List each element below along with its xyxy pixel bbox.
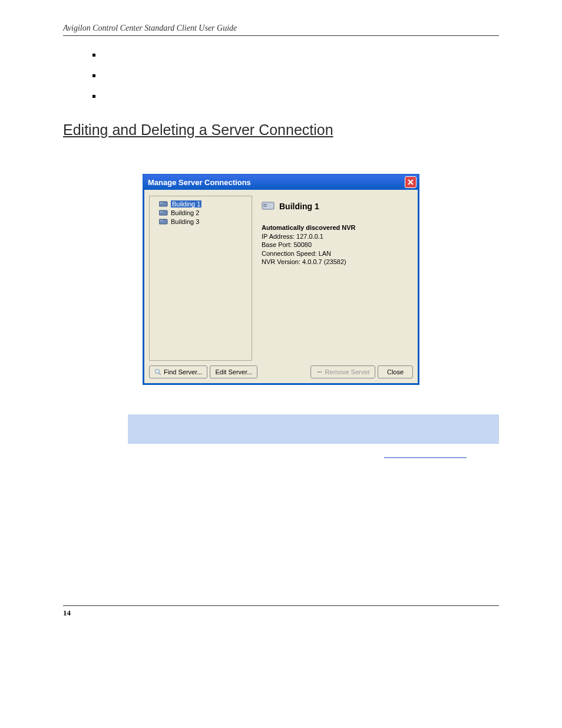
tree-item-building-3[interactable]: Building 3: [158, 218, 249, 226]
server-icon: [159, 200, 168, 207]
detail-port: Base Port: 50080: [262, 241, 409, 249]
tree-item-label: Building 3: [171, 218, 199, 225]
remove-server-button: Remove Server: [310, 365, 375, 378]
page-footer: 14: [63, 605, 499, 618]
search-icon: [154, 368, 161, 375]
highlighted-region: [128, 414, 499, 444]
svg-rect-4: [159, 210, 167, 215]
svg-line-12: [159, 373, 161, 375]
detail-header: Building 1: [262, 200, 409, 212]
tree-item-label: Building 1: [171, 200, 201, 207]
svg-rect-5: [160, 212, 163, 212]
remove-server-label: Remove Server: [325, 368, 370, 375]
page-number: 14: [63, 608, 71, 617]
edit-server-label: Edit Server...: [215, 368, 252, 375]
tree-item-label: Building 2: [171, 209, 199, 216]
window-title: Manage Server Connections: [148, 178, 251, 187]
tree-item-building-1[interactable]: Building 1: [158, 200, 249, 208]
close-button[interactable]: [405, 176, 416, 188]
svg-rect-6: [159, 219, 167, 224]
window-body: Building 1 Building 2: [143, 190, 419, 363]
bullet-list: [92, 54, 499, 98]
bullet-item: [92, 74, 95, 77]
figure-container: Manage Server Connections: [63, 174, 499, 385]
edit-server-button[interactable]: Edit Server...: [210, 365, 257, 378]
detail-title: Building 1: [279, 202, 319, 211]
detail-ip: IP Address: 127.0.0.1: [262, 232, 409, 241]
manage-server-connections-window: Manage Server Connections: [143, 174, 419, 385]
page-header: Avigilon Control Center Standard Client …: [63, 24, 499, 36]
server-icon: [159, 209, 168, 216]
close-label: Close: [387, 368, 404, 375]
tree-item-building-2[interactable]: Building 2: [158, 209, 249, 217]
bullet-item: [92, 54, 95, 57]
svg-rect-10: [263, 206, 267, 207]
server-tree[interactable]: Building 1 Building 2: [149, 196, 252, 361]
svg-rect-2: [159, 202, 167, 206]
detail-version: NVR Version: 4.0.0.7 (23582): [262, 258, 409, 266]
svg-rect-7: [160, 220, 163, 221]
find-server-label: Find Server...: [164, 368, 202, 375]
close-icon: [407, 179, 414, 186]
window-button-row: Find Server... Edit Server... Remove Ser…: [143, 363, 419, 384]
server-large-icon: [262, 200, 276, 212]
bullet-item: [92, 95, 95, 98]
section-title: Editing and Deleting a Server Connection: [63, 121, 499, 139]
close-window-button[interactable]: Close: [378, 365, 413, 378]
find-server-button[interactable]: Find Server...: [149, 365, 207, 378]
document-page: Avigilon Control Center Standard Client …: [63, 24, 499, 618]
svg-rect-9: [263, 204, 267, 205]
remove-icon: [316, 368, 323, 375]
svg-point-11: [156, 370, 160, 374]
server-icon: [159, 218, 168, 225]
server-detail-panel: Building 1 Automatically discovered NVR …: [258, 196, 413, 361]
svg-rect-3: [160, 203, 163, 203]
detail-subtitle: Automatically discovered NVR: [262, 224, 409, 231]
window-titlebar: Manage Server Connections: [143, 174, 419, 190]
redacted-link[interactable]: [384, 450, 467, 458]
svg-rect-13: [317, 371, 322, 373]
detail-speed: Connection Speed: LAN: [262, 249, 409, 258]
